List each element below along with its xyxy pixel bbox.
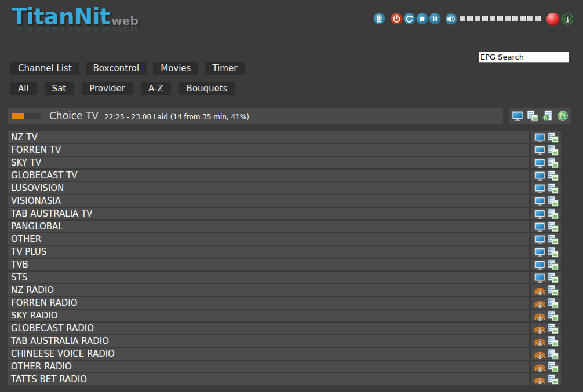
tv-icon[interactable] — [534, 247, 545, 258]
channel-row-main[interactable]: GLOBECAST TV — [8, 170, 529, 181]
remote-keypad-icon[interactable] — [373, 13, 385, 25]
channel-row-main[interactable]: TAB AUSTRALIA RADIO — [8, 335, 529, 347]
now-channel-name: Choice TV — [49, 110, 99, 122]
filter-bouquets-button[interactable]: Bouquets — [179, 82, 235, 95]
epg-copy-icon[interactable] — [548, 157, 559, 168]
channel-name-label: FORREN RADIO — [11, 298, 78, 308]
epg-copy-icon[interactable] — [548, 145, 559, 156]
radio-icon[interactable] — [534, 361, 545, 372]
tv-icon[interactable] — [534, 272, 545, 283]
channel-row-main[interactable]: OTHER RADIO — [8, 361, 529, 372]
channel-row-main[interactable]: TATTS BET RADIO — [8, 373, 529, 385]
tv-icon[interactable] — [534, 157, 545, 168]
volume-segment[interactable] — [535, 16, 541, 21]
volume-segment[interactable] — [475, 16, 480, 21]
epg-search-input[interactable] — [479, 52, 569, 63]
channel-row-main[interactable]: LUSOVISION — [8, 182, 529, 194]
channel-row-actions — [531, 221, 561, 232]
epg-copy-icon[interactable] — [548, 336, 559, 347]
volume-segment[interactable] — [505, 16, 511, 21]
tv-icon[interactable] — [534, 221, 545, 232]
channel-row-main[interactable]: FORREN RADIO — [8, 297, 529, 309]
tv-icon[interactable] — [534, 170, 545, 181]
epg-copy-icon[interactable] — [548, 196, 559, 207]
tv-icon[interactable] — [534, 196, 545, 207]
filter-az-button[interactable]: A-Z — [141, 82, 171, 95]
volume-segment[interactable] — [482, 16, 488, 21]
epg-page-icon[interactable] — [542, 110, 553, 122]
epg-copy-icon[interactable] — [548, 272, 559, 283]
volume-speaker-icon[interactable] — [445, 13, 457, 25]
nav-boxcontrol-button[interactable]: Boxcontrol — [86, 62, 147, 75]
filter-all-button[interactable]: All — [10, 82, 37, 95]
nav-movies-button[interactable]: Movies — [153, 62, 198, 75]
tv-icon[interactable] — [534, 208, 545, 219]
epg-copy-icon[interactable] — [548, 374, 559, 385]
tv-stream-icon[interactable] — [512, 110, 523, 122]
volume-segment[interactable] — [512, 16, 518, 21]
nav-timer-button[interactable]: Timer — [205, 62, 245, 75]
epg-copy-icon[interactable] — [548, 298, 559, 309]
radio-icon[interactable] — [534, 336, 545, 347]
stop-icon[interactable] — [416, 13, 428, 25]
filter-provider-button[interactable]: Provider — [82, 82, 133, 95]
epg-copy-icon[interactable] — [548, 259, 559, 270]
tv-icon[interactable] — [534, 145, 545, 156]
channel-row-main[interactable]: OTHER — [8, 233, 529, 245]
channel-row: FORREN RADIO — [8, 297, 561, 309]
channel-row-main[interactable]: VISIONASIA — [8, 195, 529, 207]
channel-row-main[interactable]: STS — [8, 272, 529, 283]
channel-row-main[interactable]: SKY RADIO — [8, 310, 529, 321]
epg-copy-icon[interactable] — [548, 221, 559, 232]
channel-row-main[interactable]: GLOBECAST RADIO — [8, 323, 529, 334]
radio-icon[interactable] — [534, 298, 545, 309]
channel-row-main[interactable]: NZ RADIO — [8, 284, 529, 296]
volume-segment[interactable] — [467, 16, 473, 21]
channel-row-main[interactable]: PANGLOBAL — [8, 221, 529, 232]
epg-copy-icon[interactable] — [548, 208, 559, 219]
volume-segment[interactable] — [527, 16, 533, 21]
pause-icon[interactable] — [429, 13, 441, 25]
radio-icon[interactable] — [534, 323, 545, 334]
nav-channel-list-button[interactable]: Channel List — [10, 62, 79, 75]
channel-row: NZ TV — [8, 131, 561, 143]
channel-row-main[interactable]: CHINEESE VOICE RADIO — [8, 348, 529, 360]
volume-segment[interactable] — [460, 16, 465, 21]
channel-row-main[interactable]: SKY TV — [8, 157, 529, 168]
reload-icon[interactable] — [403, 13, 416, 25]
epg-copy-icon[interactable] — [548, 349, 559, 360]
filter-sat-button[interactable]: Sat — [45, 82, 74, 95]
channel-name-label: TAB AUSTRALIA TV — [11, 208, 93, 219]
epg-copy-icon[interactable] — [548, 132, 559, 143]
now-playing-actions — [509, 108, 571, 124]
epg-copy-icon[interactable] — [548, 361, 559, 372]
radio-icon[interactable] — [534, 374, 545, 385]
tv-icon[interactable] — [534, 234, 545, 245]
volume-segment[interactable] — [520, 16, 526, 21]
power-icon[interactable] — [391, 13, 403, 25]
radio-icon[interactable] — [534, 285, 545, 296]
epg-copy-icon[interactable] — [548, 323, 559, 334]
channel-row-main[interactable]: TV PLUS — [8, 246, 529, 258]
volume-segment[interactable] — [490, 16, 495, 21]
epg-copy-icon[interactable] — [548, 247, 559, 258]
channel-row-main[interactable]: TVB — [8, 259, 529, 270]
channel-row: PANGLOBAL — [8, 221, 561, 232]
tv-icon[interactable] — [534, 259, 545, 270]
epg-copy-icon[interactable] — [548, 170, 559, 181]
epg-copy-icon[interactable] — [548, 234, 559, 245]
stream-antenna-icon[interactable] — [562, 13, 574, 25]
channel-row-main[interactable]: FORREN TV — [8, 144, 529, 156]
epg-copy-icon[interactable] — [548, 285, 559, 296]
epg-copy-icon[interactable] — [548, 310, 559, 321]
radio-icon[interactable] — [534, 310, 545, 321]
radio-icon[interactable] — [534, 349, 545, 360]
web-globe-icon[interactable] — [557, 110, 569, 122]
osd-shot-icon[interactable] — [527, 110, 538, 122]
volume-segment[interactable] — [497, 16, 503, 21]
tv-icon[interactable] — [534, 183, 545, 194]
tv-icon[interactable] — [534, 132, 545, 143]
epg-copy-icon[interactable] — [548, 183, 559, 194]
channel-row-main[interactable]: NZ TV — [8, 131, 529, 143]
channel-row-main[interactable]: TAB AUSTRALIA TV — [8, 208, 529, 219]
